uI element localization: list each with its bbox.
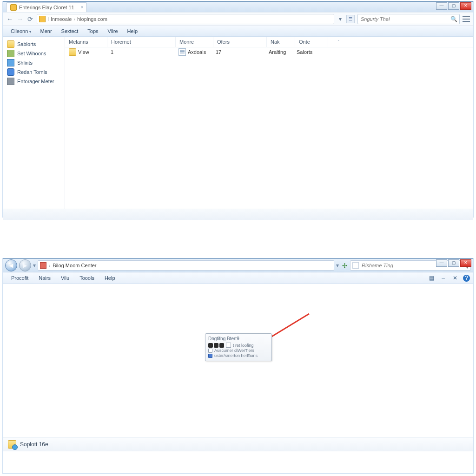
tabstrip: Enterings Elay Cloret 11 ×	[3, 2, 473, 12]
indicator-boxes-icon	[208, 343, 224, 348]
page-icon	[178, 48, 186, 56]
addr-path: hioplngs.com	[77, 16, 107, 22]
app-icon	[7, 78, 14, 85]
col-monre[interactable]: Monre	[176, 37, 213, 47]
menu-help[interactable]: Help	[123, 27, 143, 35]
maximize-button[interactable]: ▢	[448, 2, 459, 10]
svg-line-0	[266, 314, 309, 340]
browser-window: Enterings Elay Cloret 11 × — ▢ ✕ ← → ⟳ I…	[3, 1, 473, 217]
menu-tops[interactable]: Tops	[83, 27, 103, 35]
bullet-icon	[208, 349, 212, 353]
sidebar-label: Set Wihoons	[17, 51, 46, 56]
menu-toools[interactable]: Toools	[74, 274, 99, 282]
cell: Aralting	[269, 49, 286, 55]
sidebar-item-entorager[interactable]: Entorager Meter	[5, 77, 63, 86]
search-icon[interactable]: 🔍	[450, 16, 457, 22]
sidebar: Sabiorts Set Wihoons Shlints Redan Tornl…	[3, 37, 65, 209]
menu-menr[interactable]: Menr	[36, 27, 57, 35]
shuffle-icon[interactable]: ✕	[451, 275, 458, 282]
explorer-body: Sabiorts Set Wihoons Shlints Redan Tornl…	[3, 37, 473, 209]
list-header: Melanns Horernet Monre Ofers Nak Onte ˅	[65, 37, 473, 47]
hamburger-menu-icon[interactable]	[463, 16, 470, 22]
folder-icon	[7, 40, 14, 48]
address-bar[interactable]: › Bilog Moom Center	[38, 260, 334, 271]
cell: 1	[111, 49, 113, 55]
address-bar[interactable]: I Inmeoale › hioplngs.com	[37, 14, 334, 24]
explorer-window: — ▢ ✕ ◄ ► ▾ › Bilog Moom Center ▾ ✣ 🔍 Pr…	[3, 258, 473, 473]
minimize-icon[interactable]: –	[440, 275, 447, 282]
status-bar	[3, 209, 473, 220]
cell: Salorts	[297, 49, 312, 55]
reload-button[interactable]: ⟳	[26, 15, 34, 23]
refresh-icon[interactable]: ✣	[341, 262, 348, 269]
tab-close-icon[interactable]: ×	[81, 5, 84, 10]
minimize-button[interactable]: —	[436, 259, 447, 267]
popup-row2: Auscumer diWerTiers	[214, 348, 254, 353]
search-input[interactable]	[360, 16, 449, 22]
back-button[interactable]: ←	[6, 15, 13, 23]
maximize-button[interactable]: ▢	[448, 259, 459, 267]
toolbar-right: ▤ – ✕ ?	[428, 275, 470, 282]
popup-title: Dngtifng Btert9	[208, 336, 269, 341]
menu-bar: Procofit Nairs Vilu Toools Help ▤ – ✕ ?	[3, 272, 473, 284]
col-nak[interactable]: Nak	[267, 37, 295, 47]
window-controls: — ▢ ✕	[436, 259, 471, 267]
sidebar-label: Redan Tornls	[17, 69, 47, 75]
sidebar-item-setwihoons[interactable]: Set Wihoons	[5, 49, 63, 58]
content-area: Dngtifng Btert9 t ret loofing Auscumer d…	[3, 284, 473, 451]
sidebar-item-shlints[interactable]: Shlints	[5, 58, 63, 67]
cell: Axdoals	[188, 49, 206, 55]
menu-procofit[interactable]: Procofit	[6, 274, 33, 282]
search-box[interactable]: 🔍	[357, 14, 460, 24]
status-text: Soplott 16e	[20, 441, 48, 448]
browser-tab[interactable]: Enterings Elay Cloret 11 ×	[6, 2, 87, 12]
panel-icon[interactable]: ▤	[428, 275, 435, 282]
help-icon[interactable]: ?	[463, 275, 470, 282]
minimize-button[interactable]: —	[436, 2, 447, 10]
sidebar-item-sabiorts[interactable]: Sabiorts	[5, 40, 63, 49]
addr-dropdown-icon[interactable]: ▾	[337, 16, 344, 22]
forward-button[interactable]: →	[16, 15, 24, 23]
location-icon	[40, 262, 46, 269]
status-bar: Soplott 16e	[3, 437, 473, 451]
close-button[interactable]: ✕	[460, 259, 471, 267]
sidebar-label: Sabiorts	[17, 41, 36, 47]
app-icon	[7, 59, 14, 66]
menu-nairs[interactable]: Nairs	[33, 274, 56, 282]
forward-button[interactable]: ►	[19, 259, 31, 271]
sidebar-label: Shlints	[17, 60, 33, 66]
back-button[interactable]: ◄	[5, 259, 17, 271]
sort-caret-icon: ˅	[337, 40, 340, 44]
menu-bar: Clieonn Menr Sextect Tops Vlire Help	[3, 26, 473, 37]
menu-vilu[interactable]: Vilu	[56, 274, 74, 282]
breadcrumb-chevron-icon: ›	[73, 16, 75, 22]
file-list: Melanns Horernet Monre Ofers Nak Onte ˅ …	[65, 37, 473, 209]
col-ofers[interactable]: Ofers	[213, 37, 267, 47]
empty-indicator-icon	[226, 343, 231, 348]
col-onte[interactable]: Onte	[295, 37, 328, 47]
col-melanns[interactable]: Melanns	[65, 37, 107, 47]
tab-title: Enterings Elay Cloret 11	[19, 5, 74, 10]
addr-dropdown-icon[interactable]: ▾	[336, 262, 339, 269]
list-row[interactable]: View 1 Axdoals 17 Aralting Salorts	[65, 47, 473, 57]
sidebar-label: Entorager Meter	[17, 79, 54, 84]
popup-row3: uster/smerton herEions	[214, 353, 258, 358]
popup-row1: t ret loofing	[233, 343, 254, 348]
status-popup: Dngtifng Btert9 t ret loofing Auscumer d…	[205, 333, 272, 361]
menu-cleonn[interactable]: Clieonn	[6, 27, 36, 35]
menu-help[interactable]: Help	[99, 274, 120, 282]
col-horernet[interactable]: Horernet	[107, 37, 176, 47]
page-info-icon[interactable]: ☰	[346, 15, 355, 23]
sidebar-item-redantornls[interactable]: Redan Tornls	[5, 67, 63, 77]
folder-icon	[69, 48, 76, 56]
addr-title: Bilog Moom Center	[53, 263, 96, 268]
menu-vlire[interactable]: Vlire	[103, 27, 123, 35]
tab-favicon-icon	[10, 4, 17, 11]
cell: View	[78, 49, 89, 55]
app-icon	[7, 68, 14, 76]
nav-dropdown-icon[interactable]: ▾	[33, 262, 36, 269]
close-button[interactable]: ✕	[460, 2, 471, 10]
nav-toolbar: ◄ ► ▾ › Bilog Moom Center ▾ ✣ 🔍	[3, 259, 473, 272]
breadcrumb-chevron-icon: ›	[49, 263, 50, 268]
menu-sextect[interactable]: Sextect	[57, 27, 83, 35]
